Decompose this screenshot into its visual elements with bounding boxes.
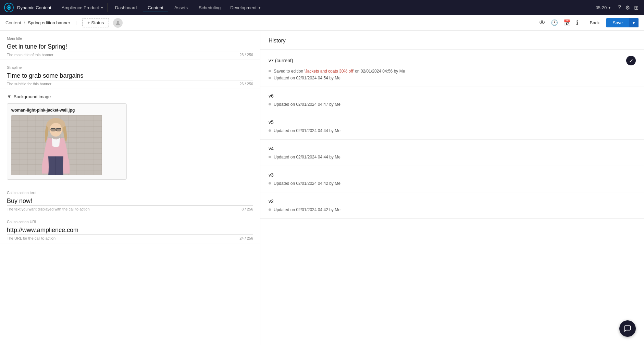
- cta-url-label: Call to action URL: [7, 220, 253, 224]
- section-toggle-icon: ▼: [7, 94, 12, 99]
- product-name: Amplience Product: [62, 5, 99, 10]
- version-v5-entry: Updated on 02/01/2024 04:44 by Me: [269, 128, 636, 133]
- version-v2-label: v2: [269, 199, 274, 204]
- version-v7-label: v7 (current): [269, 58, 293, 63]
- strapline-label: Strapline: [7, 65, 253, 69]
- cta-url-count: 24 / 256: [239, 236, 253, 240]
- version-v4-entry: Updated on 02/01/2024 04:44 by Me: [269, 155, 636, 159]
- version-dot-v3: [269, 182, 271, 184]
- version-v6-entry: Updated on 02/01/2024 04:47 by Me: [269, 102, 636, 107]
- nav-scheduling[interactable]: Scheduling: [194, 3, 225, 12]
- nav-assets[interactable]: Assets: [170, 3, 193, 12]
- history-panel: History v7 (current) ✓ Saved to edition …: [260, 31, 644, 345]
- version-v6-label: v6: [269, 93, 274, 99]
- user-avatar[interactable]: [113, 18, 123, 28]
- version-card-v7: v7 (current) ✓ Saved to edition 'Jackets…: [260, 50, 644, 87]
- image-card: woman-light-pink-jacket-wall.jpg: [7, 103, 127, 180]
- chat-button[interactable]: [619, 320, 636, 337]
- svg-point-1: [8, 7, 10, 9]
- version-dot-v2: [269, 208, 271, 211]
- version-card-v4: v4 Updated on 02/01/2024 04:44 by Me: [260, 140, 644, 166]
- version-card-v2: v2 Updated on 02/01/2024 04:42 by Me: [260, 192, 644, 219]
- svg-rect-6: [56, 128, 61, 131]
- nav-settings-icon[interactable]: ⚙: [624, 3, 631, 12]
- cta-text-label: Call to action text: [7, 191, 253, 195]
- strapline-field: Strapline The subtitle for this banner 2…: [0, 60, 260, 89]
- breadcrumb-current: Spring edition banner: [28, 20, 70, 25]
- app-logo[interactable]: [4, 3, 14, 12]
- cta-url-hint: The URL for the call to action: [7, 236, 55, 240]
- development-dropdown-icon: ▼: [258, 6, 261, 10]
- version-v3-label: v3: [269, 172, 274, 178]
- status-button[interactable]: + Status: [82, 18, 109, 27]
- nav-development[interactable]: Development ▼: [227, 3, 265, 12]
- cta-url-input[interactable]: [7, 225, 253, 235]
- version-v2-entry: Updated on 02/01/2024 04:42 by Me: [269, 207, 636, 212]
- nav-apps-icon[interactable]: ⊞: [633, 3, 640, 12]
- version-card-v3: v3 Updated on 02/01/2024 04:42 by Me: [260, 166, 644, 192]
- version-card-v6: v6 Updated on 02/01/2024 04:47 by Me: [260, 87, 644, 113]
- product-dropdown-icon: ▼: [100, 6, 104, 10]
- preview-icon[interactable]: 👁: [538, 18, 547, 28]
- time-display[interactable]: 05:20 ▼: [596, 5, 611, 10]
- top-nav: Dynamic Content Amplience Product ▼ Dash…: [0, 0, 644, 15]
- save-button[interactable]: Save: [606, 18, 629, 27]
- version-v7-entry-1: Saved to edition 'Jackets and coats 30% …: [269, 69, 636, 74]
- back-button[interactable]: Back: [586, 18, 604, 27]
- toolbar-icons: 👁 🕐 📅 ℹ: [538, 18, 580, 28]
- version-dot-v5: [269, 129, 271, 132]
- version-dot-1: [269, 70, 271, 72]
- strapline-input[interactable]: [7, 71, 253, 80]
- version-dot-2: [269, 77, 271, 79]
- cta-text-hint: The text you want displayed with the cal…: [7, 207, 90, 211]
- background-image-label: Background image: [14, 94, 51, 99]
- nav-content[interactable]: Content: [143, 3, 168, 12]
- save-dropdown-button[interactable]: ▼: [629, 18, 639, 27]
- strapline-count: 26 / 256: [239, 82, 253, 86]
- cta-url-field: Call to action URL The URL for the call …: [0, 214, 260, 243]
- edition-link[interactable]: Jackets and coats 30% off: [305, 69, 353, 74]
- breadcrumb-separator: /: [24, 20, 25, 25]
- main-title-label: Main title: [7, 36, 253, 40]
- schedule-icon[interactable]: 📅: [562, 18, 572, 28]
- image-preview: [11, 115, 102, 175]
- svg-point-2: [117, 21, 119, 23]
- app-title: Dynamic Content: [17, 5, 51, 10]
- version-v3-entry: Updated on 02/01/2024 04:42 by Me: [269, 181, 636, 186]
- version-v4-label: v4: [269, 146, 274, 151]
- main-title-count: 23 / 256: [239, 53, 253, 57]
- cta-text-input[interactable]: [7, 196, 253, 206]
- info-icon[interactable]: ℹ: [575, 18, 580, 28]
- version-v5-label: v5: [269, 119, 274, 125]
- time-dropdown-icon: ▼: [608, 6, 611, 10]
- version-current-check: ✓: [626, 56, 636, 65]
- svg-rect-5: [51, 128, 55, 131]
- nav-dashboard[interactable]: Dashboard: [110, 3, 142, 12]
- image-filename: woman-light-pink-jacket-wall.jpg: [11, 108, 122, 113]
- breadcrumb-parent[interactable]: Content: [5, 20, 21, 25]
- background-image-section: ▼ Background image woman-light-pink-jack…: [0, 89, 260, 185]
- breadcrumb-bar: Content / Spring edition banner | + Stat…: [0, 15, 644, 31]
- main-title-field: Main title The main title of this banner…: [0, 31, 260, 60]
- history-title: History: [260, 31, 644, 50]
- nav-help-icon[interactable]: ?: [617, 3, 622, 12]
- strapline-hint: The subtitle for this banner: [7, 82, 51, 86]
- version-card-v5: v5 Updated on 02/01/2024 04:44 by Me: [260, 113, 644, 140]
- content-panel: Main title The main title of this banner…: [0, 31, 260, 345]
- main-layout: Main title The main title of this banner…: [0, 31, 644, 345]
- version-dot-v6: [269, 103, 271, 105]
- version-v7-entry-2: Updated on 02/01/2024 04:54 by Me: [269, 76, 636, 80]
- main-title-hint: The main title of this banner: [7, 53, 53, 57]
- product-selector[interactable]: Amplience Product ▼: [58, 3, 108, 12]
- version-dot-v4: [269, 156, 271, 158]
- cta-text-count: 8 / 256: [242, 207, 253, 211]
- cta-text-field: Call to action text The text you want di…: [0, 185, 260, 214]
- main-title-input[interactable]: [7, 42, 253, 51]
- history-icon[interactable]: 🕐: [549, 18, 559, 28]
- section-header[interactable]: ▼ Background image: [7, 94, 253, 99]
